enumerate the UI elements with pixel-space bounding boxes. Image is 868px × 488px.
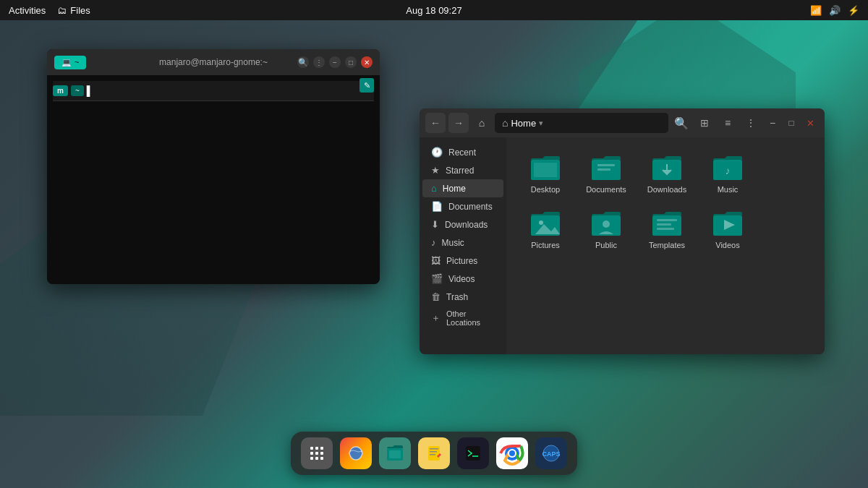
- starred-icon: ★: [431, 165, 440, 176]
- folder-pictures[interactable]: Pictures: [518, 205, 573, 254]
- folder-templates[interactable]: Templates: [639, 205, 694, 254]
- pictures-folder-label: Pictures: [531, 241, 560, 250]
- sidebar-item-starred[interactable]: ★ Starred: [422, 161, 503, 179]
- terminal-menu-btn[interactable]: ⋮: [313, 56, 325, 68]
- terminal-maximize-btn[interactable]: □: [345, 56, 357, 68]
- music-folder-icon: ♪: [710, 153, 745, 182]
- terminal-titlebar: 💻 ~ manjaro@manjaro-gnome:~ 🔍 ⋮ − □ ✕: [47, 49, 380, 75]
- dock-apps-btn[interactable]: [301, 437, 333, 469]
- dock-chromium-btn[interactable]: [496, 437, 528, 469]
- pictures-folder-icon: [528, 209, 563, 238]
- terminal-search-btn[interactable]: 🔍: [297, 56, 309, 68]
- home-nav-btn[interactable]: ⌂: [472, 113, 492, 133]
- terminal-tab-icon: 💻: [61, 58, 72, 67]
- files-grid-view-btn[interactable]: ⊞: [694, 113, 715, 133]
- dock-caps-btn[interactable]: CAPS: [535, 437, 567, 469]
- dock-firefox-btn[interactable]: [340, 437, 372, 469]
- sidebar-item-trash[interactable]: 🗑 Trash: [422, 288, 503, 306]
- folder-videos[interactable]: Videos: [700, 205, 755, 254]
- files-window-controls: − □ ✕: [764, 114, 819, 132]
- files-maximize-btn[interactable]: □: [783, 114, 800, 132]
- desktop-folder-icon: [528, 153, 563, 182]
- recent-icon: 🕐: [431, 147, 443, 158]
- sidebar-item-documents[interactable]: 📄 Documents: [422, 197, 503, 215]
- folder-desktop[interactable]: Desktop: [518, 149, 573, 199]
- documents-icon: 📄: [431, 201, 443, 212]
- sidebar-pictures-label: Pictures: [446, 256, 477, 266]
- sidebar-item-other[interactable]: ＋ Other Locations: [422, 306, 503, 330]
- network-icon: 📶: [810, 5, 822, 16]
- terminal-cursor: ▌: [87, 85, 93, 96]
- folder-music[interactable]: ♪ Music: [700, 149, 755, 199]
- sidebar-home-label: Home: [443, 184, 466, 194]
- location-home-icon: ⌂: [502, 117, 508, 129]
- nav-forward-btn[interactable]: →: [448, 113, 469, 133]
- downloads-folder-icon: [650, 153, 684, 182]
- svg-rect-31: [430, 448, 438, 450]
- svg-point-9: [539, 221, 543, 225]
- svg-point-11: [603, 221, 610, 228]
- downloads-icon: ⬇: [431, 219, 439, 230]
- location-bar[interactable]: ⌂ Home ▾: [495, 113, 668, 133]
- folder-documents[interactable]: Documents: [579, 149, 634, 199]
- sidebar-item-music[interactable]: ♪ Music: [422, 234, 503, 252]
- documents-folder-icon: [589, 153, 624, 182]
- desktop: Activities 🗂 Files Aug 18 09:27 📶 🔊 ⚡ 💻 …: [0, 0, 868, 488]
- terminal-tab[interactable]: 💻 ~: [54, 56, 86, 69]
- sidebar-item-home[interactable]: ⌂ Home: [422, 179, 503, 197]
- folder-downloads[interactable]: Downloads: [639, 149, 694, 199]
- public-folder-label: Public: [595, 241, 617, 250]
- sidebar-item-pictures[interactable]: 🖼 Pictures: [422, 252, 503, 270]
- terminal-minimize-btn[interactable]: −: [329, 56, 341, 68]
- files-menu[interactable]: 🗂 Files: [57, 5, 90, 16]
- files-sidebar: 🕐 Recent ★ Starred ⌂ Home 📄 Documents ⬇: [420, 137, 506, 354]
- files-close-btn[interactable]: ✕: [801, 114, 819, 132]
- sidebar-item-downloads[interactable]: ⬇ Downloads: [422, 215, 503, 234]
- svg-rect-29: [389, 450, 401, 458]
- videos-icon: 🎬: [431, 273, 443, 284]
- public-folder-icon: [589, 209, 624, 238]
- svg-rect-34: [466, 446, 480, 461]
- dock-files-btn[interactable]: [379, 437, 411, 469]
- downloads-folder-label: Downloads: [647, 185, 686, 194]
- dock-notes-btn[interactable]: [418, 437, 450, 469]
- videos-folder-icon: [710, 209, 745, 238]
- svg-rect-20: [320, 447, 323, 450]
- files-body: 🕐 Recent ★ Starred ⌂ Home 📄 Documents ⬇: [420, 137, 825, 354]
- terminal-user-badge: m: [53, 85, 68, 96]
- svg-text:CAPS: CAPS: [542, 450, 560, 458]
- svg-rect-23: [320, 452, 323, 455]
- location-text: Home: [511, 118, 536, 129]
- activities-button[interactable]: Activities: [9, 5, 46, 16]
- files-minimize-btn[interactable]: −: [764, 114, 781, 132]
- topbar: Activities 🗂 Files Aug 18 09:27 📶 🔊 ⚡: [0, 0, 868, 20]
- documents-folder-label: Documents: [586, 185, 626, 194]
- sidebar-videos-label: Videos: [448, 274, 475, 284]
- sidebar-other-label: Other Locations: [446, 309, 495, 327]
- dock-terminal-btn[interactable]: [457, 437, 489, 469]
- nav-back-btn[interactable]: ←: [425, 113, 446, 133]
- files-menu-btn[interactable]: ⋮: [741, 113, 761, 133]
- datetime: Aug 18 09:27: [406, 5, 461, 16]
- sidebar-item-videos[interactable]: 🎬 Videos: [422, 270, 503, 288]
- sidebar-music-label: Music: [442, 238, 464, 248]
- files-search-btn[interactable]: 🔍: [671, 113, 692, 133]
- files-window: ← → ⌂ ⌂ Home ▾ 🔍 ⊞ ≡ ⋮ − □ ✕ 🕐: [420, 108, 825, 354]
- svg-rect-3: [597, 164, 615, 166]
- svg-rect-4: [597, 168, 610, 171]
- svg-rect-24: [310, 457, 313, 460]
- files-icon: 🗂: [57, 5, 67, 16]
- folder-public[interactable]: Public: [579, 205, 634, 254]
- terminal-title: manjaro@manjaro-gnome:~: [159, 57, 268, 67]
- svg-rect-13: [657, 219, 677, 221]
- terminal-body[interactable]: m ~ ▌ ✎: [47, 75, 380, 284]
- home-icon: ⌂: [431, 183, 437, 194]
- dock: CAPS: [291, 432, 577, 475]
- terminal-close-btn[interactable]: ✕: [361, 56, 373, 68]
- svg-rect-26: [320, 457, 323, 460]
- svg-rect-25: [315, 457, 318, 460]
- files-list-view-btn[interactable]: ≡: [718, 113, 738, 133]
- music-folder-label: Music: [718, 185, 739, 194]
- terminal-edit-icon[interactable]: ✎: [359, 78, 374, 93]
- sidebar-item-recent[interactable]: 🕐 Recent: [422, 143, 503, 161]
